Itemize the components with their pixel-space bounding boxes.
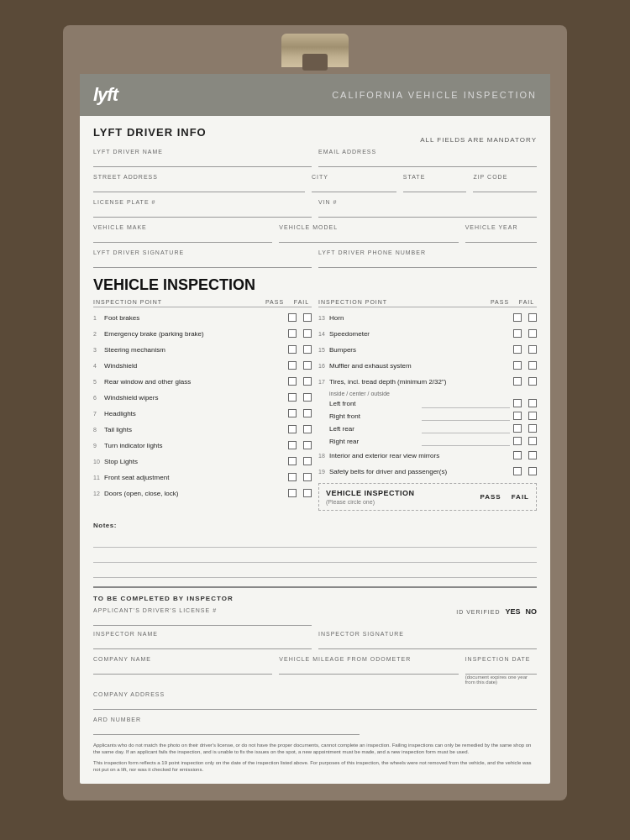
zip-input[interactable] bbox=[473, 181, 537, 192]
item-checkboxes bbox=[513, 451, 537, 459]
field-row-company-address: COMPANY ADDRESS bbox=[93, 691, 537, 710]
inspection-item: 5 Rear window and other glass bbox=[93, 375, 312, 388]
make-input[interactable] bbox=[93, 231, 272, 243]
inspection-date-input[interactable] bbox=[465, 663, 537, 675]
pass-checkbox[interactable] bbox=[513, 313, 522, 322]
phone-input[interactable] bbox=[318, 256, 537, 268]
pass-checkbox[interactable] bbox=[288, 393, 297, 402]
fail-checkbox[interactable] bbox=[528, 451, 537, 459]
tire-fail-checkbox[interactable] bbox=[528, 424, 537, 433]
inspection-item-inner: 13 Horn bbox=[318, 311, 537, 324]
state-input[interactable] bbox=[403, 181, 467, 192]
fail-checkbox[interactable] bbox=[303, 409, 312, 417]
inspector-name-input[interactable] bbox=[93, 638, 312, 649]
pass-checkbox[interactable] bbox=[288, 361, 297, 370]
inspector-sig-input[interactable] bbox=[318, 638, 537, 649]
header-bar: lyft CALIFORNIA VEHICLE INSPECTION bbox=[80, 74, 550, 116]
inspection-item: 12 Doors (open, close, lock) bbox=[93, 486, 312, 500]
fail-checkbox[interactable] bbox=[303, 329, 312, 338]
driver-name-input[interactable] bbox=[93, 155, 312, 167]
fail-checkbox[interactable] bbox=[303, 361, 312, 370]
inspection-left-col: INSPECTION POINT PASS FAIL 1 Foot brakes… bbox=[93, 299, 312, 511]
field-signature: LYFT DRIVER SIGNATURE bbox=[93, 249, 312, 268]
tire-pass-checkbox[interactable] bbox=[513, 412, 522, 420]
vi-box-subtitle: (Please circle one) bbox=[326, 499, 415, 505]
ard-input[interactable] bbox=[93, 723, 360, 735]
item-checkboxes bbox=[288, 441, 312, 449]
year-input[interactable] bbox=[465, 231, 537, 243]
fail-checkbox[interactable] bbox=[303, 425, 312, 433]
fail-checkbox[interactable] bbox=[528, 313, 537, 322]
tire-pass-checkbox[interactable] bbox=[513, 399, 522, 407]
fail-checkbox[interactable] bbox=[303, 393, 312, 402]
street-input[interactable] bbox=[93, 181, 305, 192]
item-label: Doors (open, close, lock) bbox=[104, 490, 178, 497]
field-street: STREET ADDRESS bbox=[93, 174, 305, 192]
item-number-label: 8 Tail lights bbox=[93, 426, 288, 433]
pass-checkbox[interactable] bbox=[288, 457, 297, 465]
field-company-name: COMPANY NAME bbox=[93, 656, 272, 685]
pass-checkbox[interactable] bbox=[513, 345, 522, 354]
fail-checkbox[interactable] bbox=[303, 489, 312, 497]
inspection-item: 14 Speedometer bbox=[318, 327, 537, 340]
pass-checkbox[interactable] bbox=[288, 409, 297, 417]
city-input[interactable] bbox=[312, 181, 396, 192]
inspection-item: 18 Interior and exterior rear view mirro… bbox=[318, 449, 537, 462]
pass-checkbox[interactable] bbox=[513, 451, 522, 459]
fail-checkbox[interactable] bbox=[528, 377, 537, 386]
pass-checkbox[interactable] bbox=[288, 345, 297, 354]
item-num: 7 bbox=[93, 411, 102, 417]
pass-checkbox[interactable] bbox=[288, 425, 297, 433]
fail-checkbox[interactable] bbox=[303, 441, 312, 449]
model-input[interactable] bbox=[279, 231, 458, 243]
item-num: 18 bbox=[318, 453, 327, 459]
right-inspection-point-label: INSPECTION POINT bbox=[318, 299, 387, 305]
tire-pass-checkbox[interactable] bbox=[513, 437, 522, 445]
tire-line bbox=[422, 398, 511, 408]
fail-checkbox[interactable] bbox=[303, 457, 312, 465]
tire-position-item: Left rear bbox=[329, 423, 537, 433]
tire-fail-checkbox[interactable] bbox=[528, 412, 537, 420]
disclaimer-2: This inspection form reflects a 19 point… bbox=[93, 759, 537, 774]
plate-input[interactable] bbox=[93, 206, 312, 218]
mileage-input[interactable] bbox=[279, 663, 458, 675]
pass-checkbox[interactable] bbox=[288, 329, 297, 338]
pass-checkbox[interactable] bbox=[513, 467, 522, 475]
tire-fail-checkbox[interactable] bbox=[528, 399, 537, 407]
item-label: Horn bbox=[329, 314, 344, 322]
pass-checkbox[interactable] bbox=[513, 377, 522, 386]
tires-subtitle: inside / center / outside bbox=[329, 391, 537, 396]
tire-position-item: Left front bbox=[329, 398, 537, 408]
item-number-label: 17 Tires, incl. tread depth (minimum 2/3… bbox=[318, 378, 513, 386]
fail-checkbox[interactable] bbox=[303, 473, 312, 481]
email-input[interactable] bbox=[318, 155, 537, 167]
item-label: Foot brakes bbox=[104, 314, 139, 322]
pass-checkbox[interactable] bbox=[288, 441, 297, 449]
fail-checkbox[interactable] bbox=[303, 377, 312, 386]
fail-checkbox[interactable] bbox=[303, 345, 312, 354]
vin-input[interactable] bbox=[318, 206, 537, 218]
field-row-address: STREET ADDRESS CITY STATE ZIP CODE bbox=[93, 174, 537, 192]
tire-pass-checkbox[interactable] bbox=[513, 424, 522, 433]
pass-checkbox[interactable] bbox=[288, 313, 297, 322]
item-checkboxes bbox=[288, 361, 312, 370]
pass-checkbox[interactable] bbox=[288, 377, 297, 386]
pass-checkbox[interactable] bbox=[513, 329, 522, 338]
inspection-item-inner: 16 Muffler and exhaust system bbox=[318, 359, 537, 372]
drivers-license-input[interactable] bbox=[93, 614, 312, 626]
fail-checkbox[interactable] bbox=[528, 467, 537, 475]
fail-checkbox[interactable] bbox=[303, 313, 312, 322]
company-address-input[interactable] bbox=[93, 698, 537, 710]
company-name-input[interactable] bbox=[93, 663, 272, 675]
pass-checkbox[interactable] bbox=[288, 489, 297, 497]
tire-fail-checkbox[interactable] bbox=[528, 437, 537, 445]
fail-checkbox[interactable] bbox=[528, 361, 537, 370]
item-number-label: 18 Interior and exterior rear view mirro… bbox=[318, 452, 513, 459]
pass-checkbox[interactable] bbox=[513, 361, 522, 370]
item-number-label: 4 Windshield bbox=[93, 362, 288, 370]
fail-checkbox[interactable] bbox=[528, 329, 537, 338]
signature-input[interactable] bbox=[93, 256, 312, 268]
pass-checkbox[interactable] bbox=[288, 473, 297, 481]
fail-checkbox[interactable] bbox=[528, 345, 537, 354]
item-number-label: 15 Bumpers bbox=[318, 346, 513, 354]
